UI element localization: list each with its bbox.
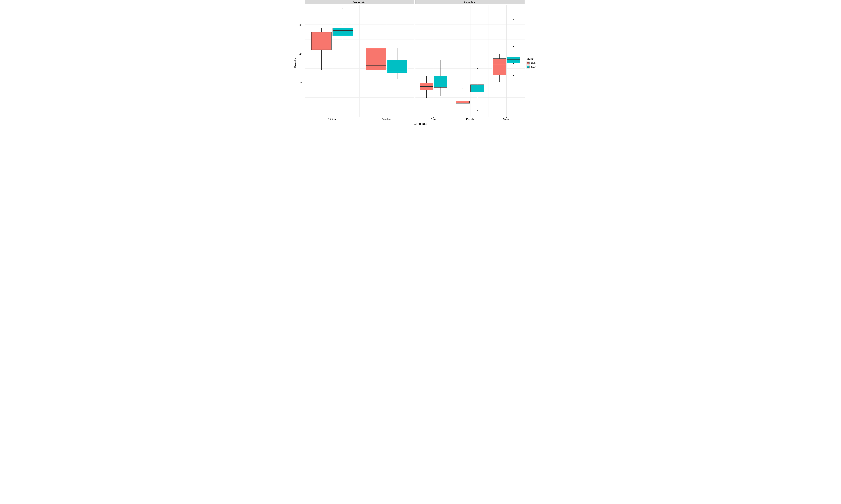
legend-item-feb: Feb xyxy=(527,61,545,65)
outlier-point xyxy=(477,110,478,111)
outlier-point xyxy=(513,47,514,47)
x-tick-label: Clinton xyxy=(328,118,336,121)
legend-key-mar xyxy=(527,65,530,69)
facet-panel-republican: Republican xyxy=(415,0,525,117)
y-axis-ticks: 0204060 xyxy=(294,0,304,126)
chart-container: Results 0204060 DemocraticRepublican Cli… xyxy=(294,0,547,126)
legend-title: Month xyxy=(527,57,545,60)
legend-label-feb: Feb xyxy=(531,62,535,65)
legend-key-feb xyxy=(527,61,530,65)
x-tick-label: Trump xyxy=(503,118,510,121)
box-cruz-feb xyxy=(420,83,433,90)
x-tick-label: Sanders xyxy=(382,118,391,121)
x-tick-label: Cruz xyxy=(431,118,436,121)
box-clinton-feb xyxy=(311,32,331,50)
box-trump-mar xyxy=(507,57,520,63)
box-kasich-mar xyxy=(470,85,484,92)
panel-body xyxy=(415,4,525,117)
box-sanders-feb xyxy=(366,48,386,70)
y-tick-label: 20 xyxy=(299,82,302,85)
facet-strip: Democratic xyxy=(305,0,414,4)
box-kasich-feb xyxy=(456,101,469,104)
x-tick-label: Kasich xyxy=(466,118,474,121)
facet-panels: DemocraticRepublican xyxy=(305,0,525,117)
legend-item-mar: Mar xyxy=(527,65,545,69)
panel-body xyxy=(305,4,414,117)
box-cruz-mar xyxy=(434,76,447,87)
y-tick-label: 0 xyxy=(301,111,302,113)
outlier-point xyxy=(463,89,463,89)
facet-panel-democratic: Democratic xyxy=(305,0,414,117)
legend-label-mar: Mar xyxy=(531,66,535,68)
x-axis-title: Candidate xyxy=(414,122,427,126)
outlier-point xyxy=(513,19,514,19)
box-clinton-mar xyxy=(332,28,353,36)
outlier-point xyxy=(342,8,343,10)
legend: Month Feb Mar xyxy=(527,57,545,69)
outlier-point xyxy=(513,75,514,76)
facet-strip: Republican xyxy=(415,0,525,4)
box-trump-feb xyxy=(493,58,506,75)
x-axis-ticks: ClintonSandersCruzKasichTrump xyxy=(305,118,525,121)
y-tick-label: 40 xyxy=(299,53,302,55)
y-tick-label: 60 xyxy=(299,23,302,26)
box-sanders-mar xyxy=(387,60,407,73)
outlier-point xyxy=(477,68,478,69)
